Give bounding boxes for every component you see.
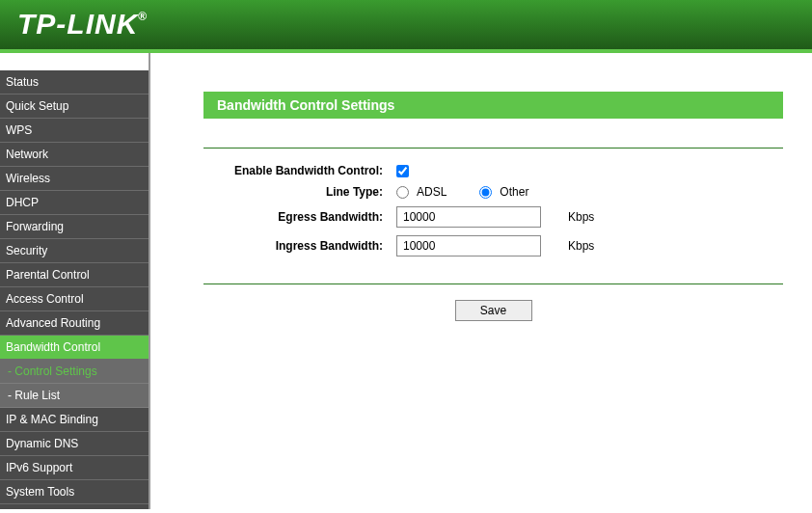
sidebar-item-label: DHCP — [6, 196, 39, 209]
sidebar-item-system-tools[interactable]: System Tools — [0, 480, 149, 504]
label-ingress: Ingress Bandwidth: — [203, 239, 396, 253]
sidebar-item-advanced-routing[interactable]: Advanced Routing — [0, 311, 149, 336]
sidebar-item-label: Wireless — [6, 172, 50, 185]
sidebar-item-label: IPv6 Support — [6, 461, 72, 474]
radio-adsl-wrap[interactable]: ADSL — [396, 185, 447, 199]
row-enable: Enable Bandwidth Control: — [203, 164, 783, 177]
label-enable: Enable Bandwidth Control: — [203, 164, 396, 177]
egress-input[interactable] — [396, 206, 541, 228]
enable-bandwidth-checkbox[interactable] — [396, 165, 409, 177]
sidebar-item-network[interactable]: Network — [0, 143, 149, 167]
radio-other-label: Other — [500, 185, 528, 199]
label-line-type: Line Type: — [203, 185, 396, 199]
sidebar-item-label: WPS — [6, 123, 32, 137]
sidebar-item-ip-mac-binding[interactable]: IP & MAC Binding — [0, 408, 149, 432]
sidebar-item-label: Bandwidth Control — [6, 340, 100, 354]
sidebar-subitem-label: - Control Settings — [8, 364, 97, 378]
radio-other[interactable] — [479, 186, 492, 199]
row-egress: Egress Bandwidth: Kbps — [203, 206, 783, 228]
label-egress: Egress Bandwidth: — [203, 210, 396, 224]
sidebar-item-label: Advanced Routing — [6, 316, 100, 330]
main-content: Bandwidth Control Settings Enable Bandwi… — [150, 53, 812, 509]
sidebar-item-logout[interactable]: Logout — [0, 504, 149, 509]
row-line-type: Line Type: ADSL Other — [203, 185, 783, 199]
brand-logo: TP-LINK® — [17, 8, 795, 40]
ingress-unit: Kbps — [568, 239, 594, 253]
sidebar-item-status[interactable]: Status — [0, 70, 149, 94]
sidebar-item-ipv6-support[interactable]: IPv6 Support — [0, 456, 149, 480]
sidebar-item-dhcp[interactable]: DHCP — [0, 191, 149, 215]
header: TP-LINK® — [0, 0, 812, 53]
settings-form: Enable Bandwidth Control: Line Type: ADS… — [203, 148, 783, 284]
radio-adsl-label: ADSL — [417, 185, 447, 199]
sidebar-item-access-control[interactable]: Access Control — [0, 287, 149, 311]
container: Status Quick Setup WPS Network Wireless … — [0, 53, 812, 509]
sidebar-item-label: Parental Control — [6, 268, 90, 282]
sidebar-subitem-control-settings[interactable]: - Control Settings — [0, 360, 149, 384]
egress-unit: Kbps — [568, 210, 594, 224]
sidebar-item-label: Security — [6, 244, 47, 257]
sidebar-item-label: Network — [6, 148, 48, 161]
page-title: Bandwidth Control Settings — [203, 92, 783, 119]
radio-other-wrap[interactable]: Other — [479, 185, 528, 199]
sidebar-subitem-label: - Rule List — [8, 389, 60, 402]
sidebar: Status Quick Setup WPS Network Wireless … — [0, 53, 150, 509]
sidebar-item-label: Forwarding — [6, 220, 64, 233]
row-ingress: Ingress Bandwidth: Kbps — [203, 235, 783, 256]
sidebar-item-dynamic-dns[interactable]: Dynamic DNS — [0, 432, 149, 456]
sidebar-item-label: System Tools — [6, 485, 74, 499]
radio-adsl[interactable] — [396, 186, 409, 199]
sidebar-item-wireless[interactable]: Wireless — [0, 167, 149, 191]
sidebar-item-label: Dynamic DNS — [6, 437, 78, 450]
sidebar-item-label: Quick Setup — [6, 99, 68, 113]
sidebar-item-parental-control[interactable]: Parental Control — [0, 263, 149, 287]
sidebar-item-security[interactable]: Security — [0, 239, 149, 263]
button-row: Save — [203, 300, 783, 321]
sidebar-item-label: IP & MAC Binding — [6, 413, 98, 426]
sidebar-item-forwarding[interactable]: Forwarding — [0, 215, 149, 239]
ingress-input[interactable] — [396, 235, 541, 256]
sidebar-subitem-rule-list[interactable]: - Rule List — [0, 384, 149, 408]
sidebar-item-wps[interactable]: WPS — [0, 119, 149, 143]
sidebar-item-label: Access Control — [6, 292, 84, 306]
sidebar-item-bandwidth-control[interactable]: Bandwidth Control — [0, 336, 149, 360]
sidebar-item-quick-setup[interactable]: Quick Setup — [0, 94, 149, 119]
save-button[interactable]: Save — [455, 300, 532, 321]
sidebar-item-label: Status — [6, 75, 39, 89]
